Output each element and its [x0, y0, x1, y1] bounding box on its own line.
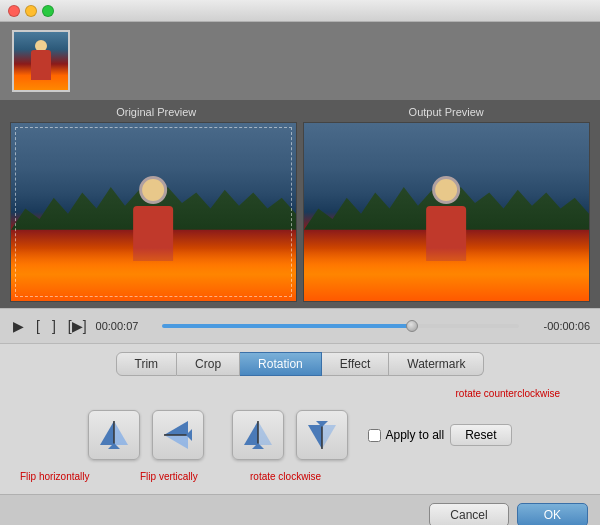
scrubber-track[interactable]	[162, 324, 519, 328]
label-flip-v: Flip vertically	[140, 471, 198, 482]
tab-crop[interactable]: Crop	[177, 352, 240, 376]
cancel-button[interactable]: Cancel	[429, 503, 508, 525]
flip-vertical-button[interactable]	[152, 410, 204, 460]
ok-button[interactable]: OK	[517, 503, 588, 525]
preview-panels	[10, 122, 590, 302]
mark-out-button[interactable]: ]	[49, 317, 59, 335]
time-current: 00:00:07	[96, 320, 156, 332]
transport-bar: ▶ [ ] [▶] 00:00:07 -00:00:06	[0, 308, 600, 344]
tab-watermark[interactable]: Watermark	[389, 352, 484, 376]
label-rotate-cw: rotate clockwise	[250, 471, 321, 482]
output-preview-panel	[303, 122, 590, 302]
apply-to-all-label[interactable]: Apply to all	[368, 428, 444, 442]
output-image	[304, 123, 589, 301]
bottom-bar: Cancel OK	[0, 494, 600, 525]
controls-area: Trim Crop Rotation Effect Watermark rota…	[0, 344, 600, 494]
scrubber-container[interactable]	[162, 324, 519, 328]
rotate-cw-icon	[240, 417, 276, 453]
play-button[interactable]: ▶	[10, 317, 27, 335]
tab-trim[interactable]: Trim	[116, 352, 178, 376]
apply-to-all-checkbox[interactable]	[368, 429, 381, 442]
maximize-button[interactable]	[42, 5, 54, 17]
scrubber-thumb[interactable]	[406, 320, 418, 332]
flip-h-icon	[96, 417, 132, 453]
apply-reset-area: Apply to all Reset	[368, 424, 511, 446]
close-button[interactable]	[8, 5, 20, 17]
title-bar	[0, 0, 600, 22]
tabs-row: Trim Crop Rotation Effect Watermark	[10, 352, 590, 376]
original-image	[11, 123, 296, 301]
preview-section: Original Preview Output Preview	[0, 100, 600, 308]
flip-v-icon	[160, 417, 196, 453]
reset-button[interactable]: Reset	[450, 424, 511, 446]
svg-marker-1	[114, 421, 128, 445]
svg-marker-8	[244, 421, 258, 445]
rotate-buttons-wrapper: rotate counterclockwise Flip horizontall…	[10, 386, 590, 484]
thumbnail-area	[0, 22, 600, 100]
mark-in-button[interactable]: [	[33, 317, 43, 335]
rotate-clockwise-button[interactable]	[232, 410, 284, 460]
tab-rotation[interactable]: Rotation	[240, 352, 322, 376]
minimize-button[interactable]	[25, 5, 37, 17]
video-thumbnail[interactable]	[12, 30, 70, 92]
svg-marker-4	[164, 421, 188, 435]
label-rotate-ccw: rotate counterclockwise	[456, 388, 561, 399]
flip-horizontal-button[interactable]	[88, 410, 140, 460]
svg-marker-13	[322, 425, 336, 449]
annotation-area: rotate counterclockwise Flip horizontall…	[10, 386, 590, 484]
rotate-counterclockwise-button[interactable]	[296, 410, 348, 460]
original-preview-label: Original Preview	[116, 106, 196, 118]
rotate-ccw-icon	[304, 417, 340, 453]
time-end: -00:00:06	[525, 320, 590, 332]
output-preview-label: Output Preview	[409, 106, 484, 118]
svg-marker-12	[308, 425, 322, 449]
apply-to-all-text: Apply to all	[385, 428, 444, 442]
step-button[interactable]: [▶]	[65, 317, 90, 335]
svg-marker-0	[100, 421, 114, 445]
svg-marker-9	[258, 421, 272, 445]
window-buttons	[8, 5, 54, 17]
svg-marker-5	[164, 435, 188, 449]
preview-labels: Original Preview Output Preview	[10, 106, 590, 118]
tab-effect[interactable]: Effect	[322, 352, 389, 376]
original-preview-panel	[10, 122, 297, 302]
label-flip-h: Flip horizontally	[20, 471, 89, 482]
